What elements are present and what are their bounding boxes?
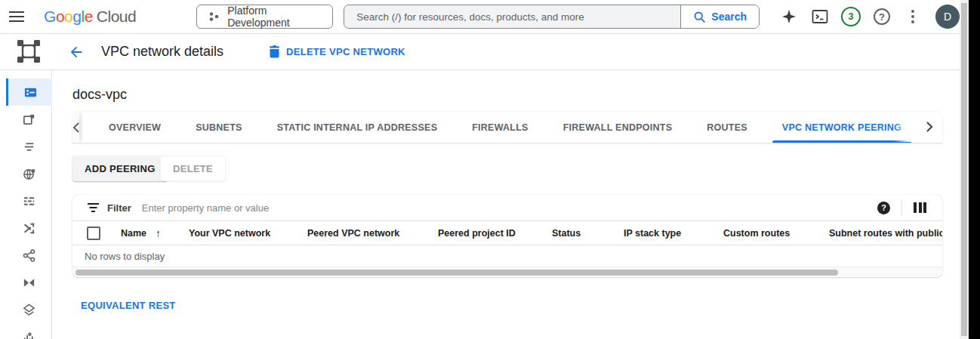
column-header-subnet-routes[interactable]: Subnet routes with public IPv <box>829 228 942 239</box>
google-cloud-logo[interactable]: Google Cloud <box>44 8 136 26</box>
divider <box>901 199 902 216</box>
column-display-options-icon[interactable] <box>914 202 926 213</box>
filter-input[interactable] <box>142 202 877 214</box>
tab-label: OVERVIEW <box>109 122 161 133</box>
filter-label: Filter <box>107 202 131 214</box>
column-header-name[interactable]: Name ↑ <box>121 227 189 239</box>
help-glyph: ? <box>879 11 885 23</box>
horizontal-scrollbar-thumb[interactable] <box>76 270 838 276</box>
back-button[interactable] <box>66 42 86 62</box>
notifications-badge[interactable]: 3 <box>838 4 864 29</box>
sidebar-item-routes[interactable] <box>6 214 52 242</box>
add-peering-button[interactable]: ADD PEERING <box>72 156 168 181</box>
delete-button[interactable]: DELETE <box>160 156 226 181</box>
cloud-shell-icon[interactable] <box>807 4 833 29</box>
column-header-peered-vpc-network[interactable]: Peered VPC network <box>307 228 438 239</box>
tab-label: FIREWALL ENDPOINTS <box>563 122 673 133</box>
firewall-icon <box>22 194 36 208</box>
network-name: docs-vpc <box>72 87 127 103</box>
search-button[interactable]: Search <box>680 5 759 28</box>
table-help-icon[interactable]: ? <box>877 202 890 214</box>
ip-addresses-icon <box>22 112 36 127</box>
logo-letter: e <box>85 8 93 26</box>
stacked-lines-icon <box>22 140 36 154</box>
tab-firewall-endpoints[interactable]: FIREWALL ENDPOINTS <box>546 112 690 143</box>
trash-icon <box>269 45 280 58</box>
delete-vpc-network-button[interactable]: DELETE VPC NETWORK <box>269 45 405 58</box>
sidebar-item-ip-addresses[interactable] <box>6 106 52 133</box>
sidebar-item-shared-vpc[interactable] <box>6 269 52 296</box>
tab-scroll-right-button[interactable] <box>917 112 942 142</box>
tab-label: ROUTES <box>707 122 747 133</box>
project-selector[interactable]: Platform Development <box>196 5 333 29</box>
logo-letter: o <box>64 8 72 26</box>
tab-overview[interactable]: OVERVIEW <box>91 112 178 143</box>
tab-scroll-left-button[interactable] <box>72 112 79 143</box>
column-label: Name <box>121 228 146 239</box>
tab-firewalls[interactable]: FIREWALLS <box>455 112 545 143</box>
sort-ascending-icon: ↑ <box>156 227 161 239</box>
top-app-bar: Google Cloud Platform Development Search <box>0 0 960 34</box>
sidebar-item-vpc-network-peering[interactable] <box>6 242 52 269</box>
tab-static-internal-ip-addresses[interactable]: STATIC INTERNAL IP ADDRESSES <box>260 112 455 143</box>
sidebar-item-packet-mirroring[interactable] <box>6 323 52 339</box>
equivalent-rest-link[interactable]: EQUIVALENT REST <box>81 300 176 311</box>
column-header-your-vpc-network[interactable]: Your VPC network <box>189 228 307 239</box>
tab-subnets[interactable]: SUBNETS <box>178 112 259 143</box>
logo-letter: G <box>44 8 56 26</box>
help-glyph: ? <box>881 203 886 212</box>
hamburger-menu-icon[interactable] <box>0 11 33 23</box>
shared-vpc-icon <box>22 276 36 290</box>
filter-bar: Filter ? <box>72 195 942 220</box>
sidebar-item-serverless-vpc-access[interactable] <box>6 296 52 323</box>
select-all-checkbox[interactable] <box>87 227 100 240</box>
tab-label: STATIC INTERNAL IP ADDRESSES <box>277 122 438 133</box>
gemini-sparkle-icon[interactable] <box>776 4 802 29</box>
packet-mirroring-icon <box>22 330 36 339</box>
table-header-row: Name ↑ Your VPC network Peered VPC netwo… <box>72 221 942 245</box>
global-search-bar: Search <box>344 5 760 29</box>
tab-label: SUBNETS <box>196 122 242 133</box>
search-icon <box>693 11 706 23</box>
vpc-networks-icon <box>23 85 38 100</box>
tab-routes[interactable]: ROUTES <box>689 112 765 143</box>
layered-diamond-icon <box>22 303 36 317</box>
page-header: VPC network details DELETE VPC NETWORK <box>0 34 960 70</box>
column-header-ip-stack-type[interactable]: IP stack type <box>624 228 723 239</box>
column-header-status[interactable]: Status <box>552 228 624 239</box>
more-vert-icon[interactable] <box>900 4 926 29</box>
avatar[interactable]: D <box>935 5 960 29</box>
column-header-peered-project-id[interactable]: Peered project ID <box>438 228 552 239</box>
sidebar-item-bring-your-own-ip[interactable] <box>6 133 52 160</box>
notification-count: 3 <box>849 11 854 22</box>
logo-letter: o <box>56 8 64 26</box>
globe-icon <box>22 167 36 181</box>
tab-label: VPC NETWORK PEERING <box>782 122 901 133</box>
topbar-icon-cluster: 3 ? D <box>776 4 960 29</box>
screen-edge <box>969 0 980 339</box>
logo-cloud-text: Cloud <box>97 8 136 26</box>
main-content: docs-vpc OVERVIEW SUBNETS STATIC INTERNA… <box>53 70 960 339</box>
peering-icon <box>22 248 36 263</box>
vertical-scrollbar-thumb[interactable] <box>961 3 967 336</box>
empty-table-message: No rows to display <box>72 245 942 267</box>
gcp-console-window: Google Cloud Platform Development Search <box>0 0 980 339</box>
tab-strip: OVERVIEW SUBNETS STATIC INTERNAL IP ADDR… <box>79 112 942 143</box>
horizontal-scrollbar <box>72 267 942 277</box>
delete-vpc-network-label: DELETE VPC NETWORK <box>286 46 405 57</box>
project-selector-label: Platform Development <box>227 5 322 29</box>
tab-bar: OVERVIEW SUBNETS STATIC INTERNAL IP ADDR… <box>72 112 942 143</box>
peering-table-card: Filter ? Name ↑ Your VPC network Peered … <box>72 195 942 277</box>
avatar-initial: D <box>944 11 951 23</box>
vpc-network-product-icon <box>15 38 42 65</box>
logo-letter: g <box>72 8 81 26</box>
sidebar-item-vpc-networks[interactable] <box>6 79 52 106</box>
search-button-label: Search <box>711 11 747 23</box>
help-icon[interactable]: ? <box>869 4 895 29</box>
page-title: VPC network details <box>101 44 223 60</box>
search-input[interactable] <box>344 5 680 28</box>
sidebar-item-firewall[interactable] <box>6 187 52 214</box>
column-header-custom-routes[interactable]: Custom routes <box>723 228 829 239</box>
filter-icon <box>87 202 100 213</box>
sidebar-item-internal-ranges[interactable] <box>6 160 52 187</box>
